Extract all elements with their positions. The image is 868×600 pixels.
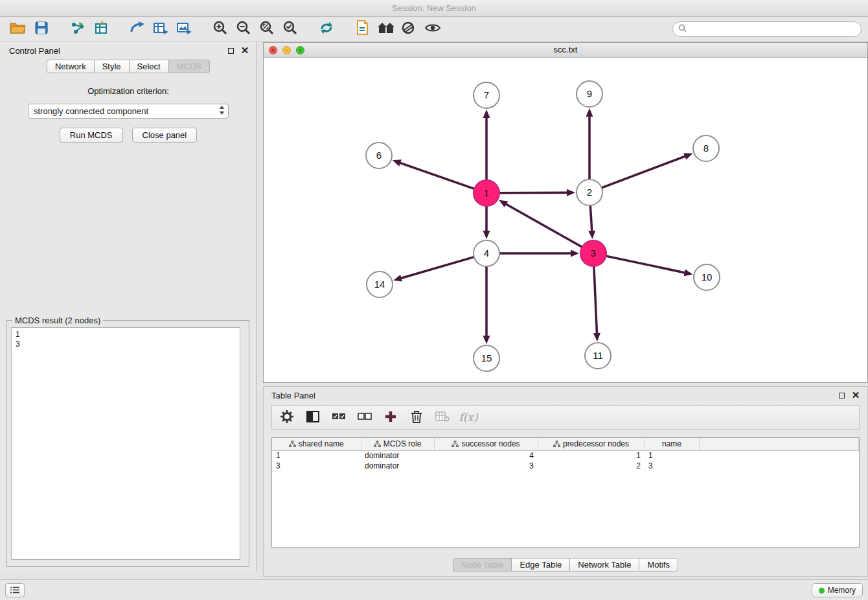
add-column-button[interactable] bbox=[382, 409, 399, 426]
tab-edge-table[interactable]: Edge Table bbox=[511, 558, 570, 571]
column-header-mcds-role[interactable]: MCDS role bbox=[361, 438, 434, 450]
apply-style-button[interactable] bbox=[398, 19, 421, 40]
zoom-fit-button[interactable] bbox=[255, 19, 279, 40]
edge-arrowhead bbox=[393, 159, 402, 166]
criterion-value: strongly connected component bbox=[34, 106, 218, 116]
zoom-in-icon bbox=[212, 20, 228, 38]
search-field[interactable] bbox=[672, 21, 862, 37]
tab-mcds[interactable]: MCDS bbox=[168, 60, 210, 73]
network-canvas[interactable]: 7968124314101511 bbox=[264, 58, 867, 382]
tab-network[interactable]: Network bbox=[47, 60, 95, 73]
edge-arrowhead bbox=[588, 231, 595, 239]
tab-network-table[interactable]: Network Table bbox=[569, 558, 639, 571]
maximize-window-button[interactable]: + bbox=[296, 46, 304, 54]
function-builder-button: f(x) bbox=[460, 409, 477, 426]
home-icon bbox=[377, 21, 395, 36]
edge-1-2[interactable] bbox=[499, 192, 568, 193]
column-header-shared-name[interactable]: shared name bbox=[272, 438, 361, 450]
tab-style[interactable]: Style bbox=[94, 60, 130, 73]
edge-4-14[interactable] bbox=[400, 257, 474, 279]
node-label-6: 6 bbox=[376, 150, 382, 161]
window-titlebar: Session: New Session bbox=[0, 0, 868, 17]
tab-motifs[interactable]: Motifs bbox=[639, 558, 678, 571]
copy-style-icon bbox=[356, 20, 370, 38]
close-table-panel-button[interactable]: ✕ bbox=[851, 390, 861, 400]
edge-arrowhead bbox=[571, 250, 579, 257]
columns-icon bbox=[306, 411, 319, 424]
fx-icon: f(x) bbox=[459, 411, 477, 424]
node-table[interactable]: shared name MCDS role successor nodes pr… bbox=[271, 437, 860, 548]
table-toolbar: f(x) bbox=[271, 405, 860, 430]
search-input[interactable] bbox=[691, 25, 856, 34]
open-session-button[interactable] bbox=[6, 19, 30, 40]
tab-node-table[interactable]: Node Table bbox=[453, 558, 512, 571]
table-header-row: shared name MCDS role successor nodes pr… bbox=[272, 438, 859, 450]
tab-select[interactable]: Select bbox=[129, 60, 169, 73]
export-image-icon bbox=[176, 21, 192, 37]
export-table-button[interactable] bbox=[149, 19, 172, 40]
edge-arrowhead bbox=[683, 153, 692, 159]
control-panel-tabs: Network Style Select MCDS bbox=[0, 60, 257, 73]
edge-1-6[interactable] bbox=[399, 163, 474, 189]
control-panel: Control Panel ✕ Network Style Select MCD… bbox=[0, 41, 257, 571]
float-icon bbox=[839, 393, 845, 398]
mcds-result-area[interactable]: 1 3 bbox=[11, 327, 240, 560]
column-type-icon bbox=[374, 441, 381, 447]
edge-arrowhead bbox=[684, 269, 693, 276]
edge-3-10[interactable] bbox=[606, 256, 686, 273]
window-title: Session: New Session bbox=[392, 3, 475, 13]
edge-arrowhead bbox=[483, 336, 490, 344]
edge-2-8[interactable] bbox=[602, 156, 686, 188]
plus-icon bbox=[385, 411, 396, 424]
table-row[interactable]: 1 dominator 4 1 1 bbox=[272, 450, 859, 461]
table-row[interactable]: 3 dominator 3 2 3 bbox=[272, 461, 859, 471]
show-hide-button[interactable] bbox=[421, 19, 444, 40]
import-network-button[interactable] bbox=[66, 19, 89, 40]
show-columns-button[interactable] bbox=[304, 409, 321, 426]
zoom-selected-icon bbox=[282, 20, 298, 38]
copy-style-button[interactable] bbox=[351, 19, 374, 40]
select-all-button[interactable] bbox=[330, 409, 347, 426]
delete-column-button[interactable] bbox=[408, 409, 425, 426]
select-all-icon bbox=[332, 413, 346, 422]
close-window-button[interactable]: ✕ bbox=[269, 46, 277, 54]
import-table-button[interactable] bbox=[89, 19, 113, 40]
column-header-predecessor-nodes[interactable]: predecessor nodes bbox=[538, 438, 645, 450]
float-icon bbox=[228, 48, 234, 54]
main-toolbar bbox=[0, 17, 868, 41]
node-label-15: 15 bbox=[481, 352, 492, 363]
zoom-selected-button[interactable] bbox=[279, 19, 302, 40]
deselect-all-button[interactable] bbox=[356, 409, 373, 426]
edge-2-3[interactable] bbox=[590, 205, 592, 232]
delete-table-button bbox=[434, 409, 451, 426]
refresh-view-button[interactable] bbox=[315, 19, 338, 40]
memory-status-icon bbox=[819, 588, 825, 594]
close-panel-button[interactable]: ✕ bbox=[240, 45, 250, 56]
eye-icon bbox=[424, 22, 441, 36]
edge-3-11[interactable] bbox=[594, 266, 597, 334]
node-label-9: 9 bbox=[587, 88, 592, 99]
close-panel-mcds-button[interactable]: Close panel bbox=[132, 128, 198, 143]
column-header-name[interactable]: name bbox=[645, 438, 699, 450]
minimize-window-button[interactable]: − bbox=[282, 46, 291, 54]
export-image-button[interactable] bbox=[172, 19, 196, 40]
zoom-out-button[interactable] bbox=[232, 19, 255, 40]
memory-button[interactable]: Memory bbox=[812, 583, 863, 597]
gear-icon bbox=[280, 410, 293, 425]
edge-arrowhead bbox=[586, 108, 593, 117]
optimization-criterion-label: Optimization criterion: bbox=[0, 86, 257, 96]
save-session-button[interactable] bbox=[30, 19, 53, 40]
edge-3-1[interactable] bbox=[505, 203, 582, 247]
table-settings-button[interactable] bbox=[279, 409, 295, 426]
export-network-button[interactable] bbox=[126, 19, 149, 40]
float-panel-button[interactable] bbox=[225, 45, 236, 56]
export-table-icon bbox=[153, 21, 168, 37]
float-table-panel-button[interactable] bbox=[836, 390, 847, 400]
import-table-icon bbox=[94, 21, 108, 37]
home-button[interactable] bbox=[374, 19, 398, 40]
column-header-successor-nodes[interactable]: successor nodes bbox=[434, 438, 538, 450]
task-history-button[interactable] bbox=[5, 583, 25, 597]
zoom-in-button[interactable] bbox=[209, 19, 232, 40]
run-mcds-button[interactable]: Run MCDS bbox=[60, 128, 123, 143]
criterion-dropdown[interactable]: strongly connected component bbox=[28, 104, 229, 119]
